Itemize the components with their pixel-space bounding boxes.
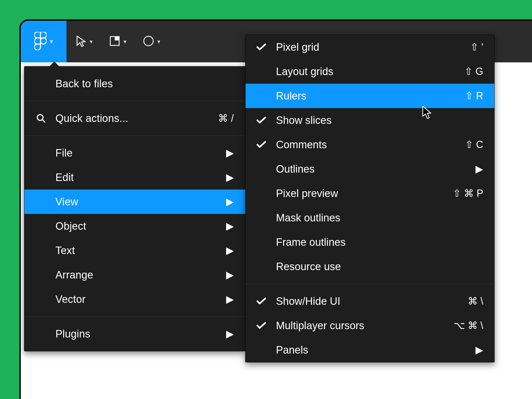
menu-shortcut: ⇧ ' xyxy=(439,41,483,53)
menu-shortcut: ⌘ / xyxy=(201,112,234,124)
menu-item-label: Show slices xyxy=(276,114,439,126)
menu-item-label: Edit xyxy=(55,172,201,183)
menu-item-label: Show/Hide UI xyxy=(276,295,439,307)
menu-item-label: Vector xyxy=(55,293,201,305)
submenu-frame-outlines[interactable]: Frame outlines xyxy=(245,230,494,254)
frame-tool[interactable]: ▾ xyxy=(100,21,134,62)
menu-object[interactable]: Object▶ xyxy=(24,214,245,238)
menu-text[interactable]: Text▶ xyxy=(24,238,245,263)
submenu-arrow-icon: ▶ xyxy=(201,328,234,340)
menu-item-label: Plugins xyxy=(55,328,201,340)
menu-item-label: Quick actions... xyxy=(55,112,201,124)
submenu-arrow-icon: ▶ xyxy=(439,344,483,356)
move-tool[interactable]: ▾ xyxy=(66,21,100,62)
submenu-arrow-icon: ▶ xyxy=(439,163,483,175)
frame-icon xyxy=(108,34,121,49)
menu-shortcut: ⇧ G xyxy=(439,66,483,77)
menu-item-label: Multiplayer cursors xyxy=(276,320,439,332)
cursor-icon xyxy=(74,34,88,49)
menu-item-label: Panels xyxy=(276,344,439,356)
svg-line-5 xyxy=(42,120,45,123)
menu-arrange[interactable]: Arrange▶ xyxy=(24,263,245,287)
submenu-arrow-icon: ▶ xyxy=(201,245,234,256)
menu-item-label: Frame outlines xyxy=(276,236,439,248)
menu-item-label: Text xyxy=(55,245,201,257)
menu-item-label: Resource use xyxy=(276,261,439,273)
menu-item-label: Comments xyxy=(276,139,439,151)
chevron-down-icon: ▾ xyxy=(124,38,126,45)
menu-separator xyxy=(245,284,494,284)
menu-shortcut: ⌥ ⌘ \ xyxy=(439,320,483,331)
menu-vector[interactable]: Vector▶ xyxy=(24,287,245,311)
menu-item-label: View xyxy=(55,196,201,208)
check-icon xyxy=(257,44,276,51)
menu-file[interactable]: File▶ xyxy=(24,141,245,165)
search-icon xyxy=(36,113,55,123)
figma-menu-button[interactable]: ▾ xyxy=(21,21,66,62)
menu-shortcut: ⇧ ⌘ P xyxy=(439,188,483,199)
chevron-down-icon: ▾ xyxy=(90,38,93,45)
submenu-resource-use[interactable]: Resource use xyxy=(245,254,494,279)
menu-item-label: Mask outlines xyxy=(276,212,439,224)
svg-point-4 xyxy=(37,115,43,121)
menu-item-label: Arrange xyxy=(55,269,201,281)
chevron-down-icon: ▾ xyxy=(50,38,53,45)
submenu-show-slices[interactable]: Show slices xyxy=(245,108,494,132)
svg-point-3 xyxy=(144,36,153,46)
check-icon xyxy=(257,117,276,124)
svg-rect-2 xyxy=(115,37,119,40)
submenu-comments[interactable]: Comments⇧ C xyxy=(245,132,494,157)
menu-edit[interactable]: Edit▶ xyxy=(24,165,245,190)
submenu-arrow-icon: ▶ xyxy=(201,147,234,159)
menu-shortcut: ⌘ \ xyxy=(439,295,483,307)
submenu-multiplayer-cursors[interactable]: Multiplayer cursors⌥ ⌘ \ xyxy=(245,313,494,338)
check-icon xyxy=(257,141,276,148)
check-icon xyxy=(257,298,276,305)
figma-logo-icon xyxy=(34,32,47,51)
menu-shortcut: ⇧ R xyxy=(439,90,483,102)
submenu-panels[interactable]: Panels▶ xyxy=(245,338,494,362)
submenu-arrow-icon: ▶ xyxy=(201,269,234,281)
menu-item-label: Object xyxy=(55,220,201,232)
menu-back-to-files[interactable]: Back to files xyxy=(24,71,245,96)
submenu-pixel-preview[interactable]: Pixel preview⇧ ⌘ P xyxy=(245,181,494,206)
submenu-arrow-icon: ▶ xyxy=(201,196,234,208)
menu-item-label: Back to files xyxy=(55,78,201,90)
menu-plugins[interactable]: Plugins ▶ xyxy=(24,322,245,346)
main-dropdown-menu: Back to files Quick actions... ⌘ / File▶… xyxy=(24,66,246,351)
submenu-arrow-icon: ▶ xyxy=(201,172,234,183)
check-icon xyxy=(257,322,276,329)
menu-item-label: Layout grids xyxy=(276,66,439,78)
submenu-pixel-grid[interactable]: Pixel grid⇧ ' xyxy=(245,35,494,59)
submenu-mask-outlines[interactable]: Mask outlines xyxy=(245,206,494,230)
menu-item-label: File xyxy=(55,147,201,159)
menu-shortcut: ⇧ C xyxy=(439,139,483,150)
view-submenu: Pixel grid⇧ 'Layout grids⇧ GRulers⇧ RSho… xyxy=(245,35,495,362)
menu-item-label: Rulers xyxy=(276,90,439,102)
menu-view[interactable]: View▶ xyxy=(24,190,245,214)
submenu-outlines[interactable]: Outlines▶ xyxy=(245,157,494,181)
submenu-layout-grids[interactable]: Layout grids⇧ G xyxy=(245,59,494,84)
svg-point-0 xyxy=(40,38,47,44)
chevron-down-icon: ▾ xyxy=(157,38,160,45)
submenu-arrow-icon: ▶ xyxy=(201,293,234,305)
submenu-arrow-icon: ▶ xyxy=(201,220,234,232)
submenu-rulers[interactable]: Rulers⇧ R xyxy=(245,84,494,108)
menu-item-label: Outlines xyxy=(276,163,439,175)
menu-quick-actions[interactable]: Quick actions... ⌘ / xyxy=(24,106,245,131)
app-window: ▾ ▾ ▾ ▾ xyxy=(19,19,532,399)
shape-tool[interactable]: ▾ xyxy=(134,21,168,62)
menu-item-label: Pixel grid xyxy=(276,41,439,53)
ellipse-icon xyxy=(142,34,155,49)
submenu-show-hide-ui[interactable]: Show/Hide UI⌘ \ xyxy=(245,289,494,313)
menu-item-label: Pixel preview xyxy=(276,188,439,200)
